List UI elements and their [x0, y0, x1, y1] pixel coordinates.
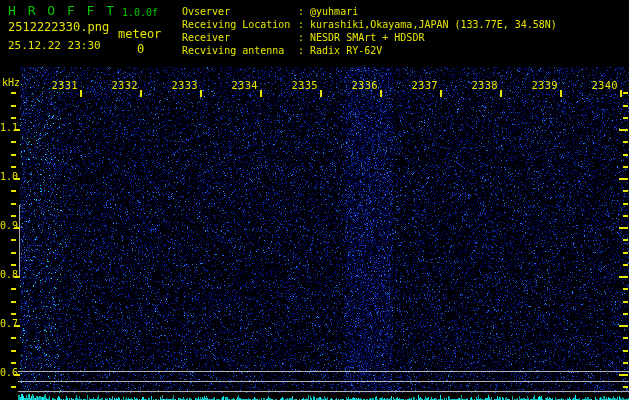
info-label: Receiving Location	[182, 18, 298, 31]
y-axis-tick-label: 0.6	[0, 368, 16, 378]
info-row: Receiving Location:kurashiki,Okayama,JAP…	[182, 18, 557, 31]
info-separator: :	[298, 6, 304, 17]
info-row: Receiver:NESDR SMArt + HDSDR	[182, 31, 557, 44]
info-value: kurashiki,Okayama,JAPAN (133.77E, 34.58N…	[310, 19, 557, 30]
info-label: Recviving antenna	[182, 44, 298, 57]
x-axis-tick-label: 2338	[471, 80, 498, 91]
x-axis-tick-label: 2333	[171, 80, 198, 91]
info-separator: :	[298, 19, 304, 30]
x-axis-tick-label: 2337	[411, 80, 438, 91]
x-axis-tick-label: 2334	[231, 80, 258, 91]
x-axis-tick-label: 2339	[531, 80, 558, 91]
x-axis-tick-label: 2335	[291, 80, 318, 91]
info-label: Ovserver	[182, 5, 298, 18]
app-title: H R O F F T	[8, 4, 116, 17]
info-separator: :	[298, 45, 304, 56]
meteor-count-label: meteor	[118, 28, 161, 40]
version-label: 1.0.0f	[122, 8, 158, 18]
info-row: Ovserver:@yuhmari	[182, 5, 557, 18]
x-axis-tick-label: 2331	[51, 80, 78, 91]
spectrogram-canvas	[0, 0, 629, 400]
info-label: Receiver	[182, 31, 298, 44]
y-axis-tick-label: 0.8	[0, 270, 16, 280]
y-axis-tick-label: 1.1	[0, 123, 16, 133]
meteor-count-value: 0	[137, 43, 144, 55]
y-axis-tick-label: 1.0	[0, 172, 16, 182]
x-axis-tick-label: 2340	[591, 80, 618, 91]
x-axis-tick-label: 2332	[111, 80, 138, 91]
filename-label: 2512222330.png	[8, 21, 109, 33]
datetime-label: 25.12.22 23:30	[8, 40, 101, 51]
x-axis-tick-label: 2336	[351, 80, 378, 91]
y-axis-tick-label: 0.9	[0, 221, 16, 231]
y-axis-tick-label: 0.7	[0, 319, 16, 329]
y-axis-unit-label: kHz	[2, 78, 20, 88]
info-value: Radix RY-62V	[310, 45, 382, 56]
info-row: Recviving antenna:Radix RY-62V	[182, 44, 557, 57]
info-value: NESDR SMArt + HDSDR	[310, 32, 424, 43]
info-value: @yuhmari	[310, 6, 358, 17]
observer-info: Ovserver:@yuhmariReceiving Location:kura…	[182, 5, 557, 57]
info-separator: :	[298, 32, 304, 43]
hrofft-output-window: H R O F F T 1.0.0f 2512222330.png meteor…	[0, 0, 629, 400]
